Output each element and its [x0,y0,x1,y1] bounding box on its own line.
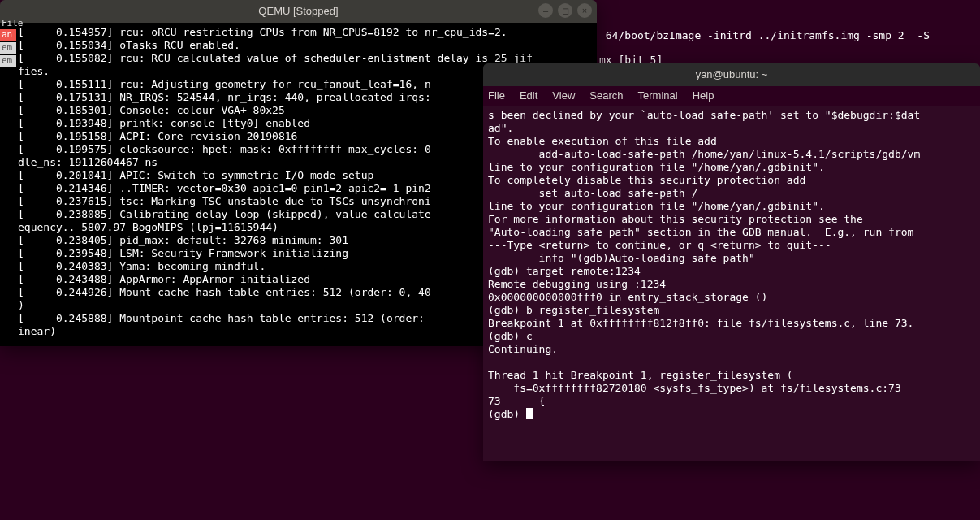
qemu-side-badge-b1: em [0,42,16,54]
menu-view[interactable]: View [552,86,575,106]
qemu-side-panel: File an em em [0,18,16,67]
maximize-icon[interactable]: ◻ [558,3,572,18]
bg-cmd-line1: _64/boot/bzImage -initrd ../initramfs.im… [599,29,930,41]
menu-terminal[interactable]: Terminal [638,86,678,106]
qemu-side-badge-a: an [0,29,16,41]
qemu-title: QEMU [Stopped] [258,5,338,17]
gnome-menubar: File Edit View Search Terminal Help [483,86,980,106]
gnome-terminal-output[interactable]: s been declined by your `auto-load safe-… [483,106,980,462]
menu-file[interactable]: File [488,86,505,106]
gnome-titlebar[interactable]: yan@ubuntu: ~ [483,63,980,86]
close-icon[interactable]: × [577,3,592,18]
gnome-title: yan@ubuntu: ~ [696,68,768,80]
menu-search[interactable]: Search [589,86,623,106]
gnome-terminal-text: s been declined by your `auto-load safe-… [488,109,920,420]
gnome-terminal-window: yan@ubuntu: ~ File Edit View Search Term… [483,63,980,462]
menu-help[interactable]: Help [693,86,714,106]
qemu-side-menu-file[interactable]: File [0,18,16,29]
terminal-cursor [526,408,533,419]
qemu-titlebar[interactable]: QEMU [Stopped] – ◻ × [0,0,597,23]
minimize-icon[interactable]: – [538,3,553,18]
menu-edit[interactable]: Edit [520,86,537,106]
qemu-side-badge-b2: em [0,55,16,67]
